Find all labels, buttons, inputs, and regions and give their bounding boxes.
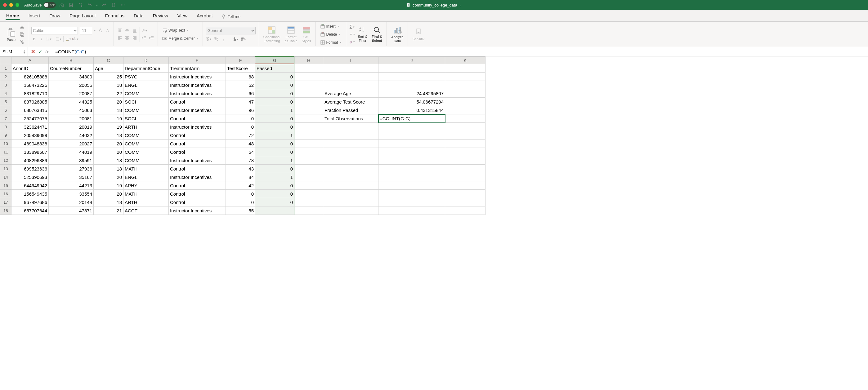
cell[interactable]: 680763815 (11, 106, 49, 115)
row-header[interactable]: 9 (0, 131, 11, 139)
bold-icon[interactable]: B (31, 36, 37, 42)
italic-icon[interactable]: I (39, 36, 44, 42)
cell[interactable]: ARTH (123, 123, 169, 131)
cell[interactable] (255, 206, 294, 215)
cell[interactable] (445, 115, 486, 123)
spreadsheet-grid[interactable]: ABCDEFGHIJK1AnonIDCourseNumberAgeDepartm… (0, 57, 868, 215)
cell[interactable]: 831829710 (11, 89, 49, 98)
fill-icon[interactable] (349, 32, 355, 37)
row-header[interactable]: 2 (0, 72, 11, 81)
align-right-icon[interactable] (132, 35, 137, 41)
cell[interactable] (445, 123, 486, 131)
row-header[interactable]: 7 (0, 115, 11, 123)
cell[interactable]: Control (169, 98, 226, 106)
col-header-K[interactable]: K (445, 57, 486, 64)
cell[interactable]: 54 (226, 148, 255, 156)
cell[interactable] (294, 181, 323, 190)
cell[interactable]: 20 (94, 190, 123, 198)
formula-input[interactable]: =COUNT(G:G) (52, 49, 868, 54)
row-header[interactable]: 10 (0, 139, 11, 148)
cell[interactable]: Control (169, 190, 226, 198)
underline-icon[interactable]: U (46, 36, 52, 42)
cell[interactable]: 68 (226, 72, 255, 81)
cell-styles-button[interactable]: Cell Styles (301, 26, 312, 42)
cell[interactable]: 525390693 (11, 173, 49, 181)
cell[interactable]: 0 (255, 198, 294, 206)
cell[interactable]: 47371 (49, 206, 94, 215)
format-as-table-button[interactable]: Format as Table (283, 26, 299, 42)
cell[interactable] (445, 106, 486, 115)
decrease-decimal-icon[interactable]: .00.0 (241, 36, 246, 42)
cell[interactable]: 826105888 (11, 72, 49, 81)
cell[interactable]: COMM (123, 139, 169, 148)
cell[interactable]: 1 (255, 131, 294, 139)
cell[interactable]: 18 (94, 156, 123, 165)
cell[interactable]: Instructor Incentives (169, 156, 226, 165)
cell[interactable] (378, 173, 445, 181)
cell[interactable]: 0 (255, 123, 294, 131)
tab-draw[interactable]: Draw (45, 10, 64, 22)
tab-formulas[interactable]: Formulas (100, 10, 129, 22)
cell[interactable]: 19 (94, 115, 123, 123)
cell[interactable]: Instructor Incentives (169, 106, 226, 115)
wrap-text-button[interactable]: Wrap Text (161, 27, 199, 33)
cell[interactable]: 66 (226, 89, 255, 98)
clear-icon[interactable] (349, 39, 355, 45)
format-cells-button[interactable]: Format (319, 39, 343, 45)
cell[interactable]: 0 (255, 139, 294, 148)
cell[interactable]: Control (169, 148, 226, 156)
cell[interactable]: 408296889 (11, 156, 49, 165)
row-header[interactable]: 11 (0, 148, 11, 156)
cell[interactable] (294, 198, 323, 206)
active-cell[interactable]: =COUNT(G:G) (378, 115, 445, 123)
header-cell[interactable] (445, 64, 486, 72)
cell[interactable]: Instructor Incentives (169, 89, 226, 98)
cell[interactable]: 20055 (49, 81, 94, 89)
cell[interactable]: 84 (226, 173, 255, 181)
font-color-icon[interactable]: A (73, 36, 79, 42)
sensitivity-button[interactable]: Sensitiv (411, 28, 426, 41)
cell[interactable]: 20087 (49, 89, 94, 98)
cell[interactable] (294, 123, 323, 131)
header-cell[interactable]: Passed (255, 64, 294, 72)
align-left-icon[interactable] (117, 35, 123, 41)
align-middle-icon[interactable] (124, 28, 130, 33)
cell[interactable]: 0 (255, 72, 294, 81)
cell[interactable]: 48 (226, 139, 255, 148)
header-cell[interactable]: AnonID (11, 64, 49, 72)
cell[interactable] (445, 81, 486, 89)
row-header[interactable]: 4 (0, 89, 11, 98)
cell[interactable] (294, 173, 323, 181)
cell[interactable]: 44325 (49, 98, 94, 106)
cell[interactable] (378, 181, 445, 190)
row-header[interactable]: 8 (0, 123, 11, 131)
merge-center-button[interactable]: Merge & Center (161, 35, 199, 41)
decrease-font-icon[interactable]: A (105, 28, 111, 33)
cancel-icon[interactable]: ✕ (31, 49, 35, 55)
cell[interactable]: 45063 (49, 106, 94, 115)
number-format-select[interactable]: General (206, 27, 256, 34)
cell[interactable]: 1 (255, 106, 294, 115)
cell[interactable]: 18 (94, 81, 123, 89)
cell[interactable]: 699523636 (11, 165, 49, 173)
row-header[interactable]: 12 (0, 156, 11, 165)
font-size-input[interactable] (80, 27, 92, 34)
col-header-C[interactable]: C (94, 57, 123, 64)
cell[interactable]: 20081 (49, 115, 94, 123)
confirm-icon[interactable]: ✓ (38, 49, 42, 55)
cell[interactable] (323, 81, 378, 89)
close-window-button[interactable] (3, 3, 7, 7)
name-box[interactable]: SUM ▴▾ (0, 47, 28, 56)
cell[interactable]: Average Age (323, 89, 378, 98)
cell[interactable] (445, 148, 486, 156)
cell[interactable] (323, 173, 378, 181)
cell[interactable]: Control (169, 165, 226, 173)
cell[interactable] (445, 198, 486, 206)
select-all-corner[interactable] (0, 57, 11, 64)
cell[interactable]: Instructor Incentives (169, 81, 226, 89)
tell-me[interactable]: Tell me (218, 11, 244, 22)
increase-indent-icon[interactable] (149, 35, 154, 41)
copy-icon[interactable] (19, 32, 25, 37)
align-bottom-icon[interactable] (132, 28, 137, 33)
cell[interactable] (378, 72, 445, 81)
